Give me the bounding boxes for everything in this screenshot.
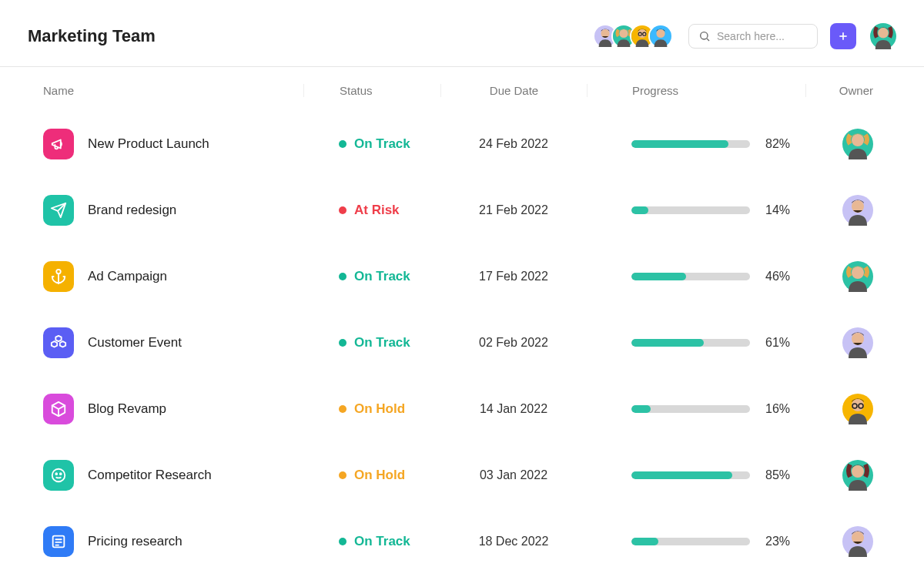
svg-point-10: [701, 32, 708, 39]
task-name: New Product Launch: [88, 136, 209, 152]
task-icon: [43, 129, 74, 159]
task-name: Customer Event: [88, 335, 182, 351]
search-input[interactable]: [717, 30, 808, 42]
progress-percent: 23%: [765, 535, 790, 548]
due-date: 02 Feb 2022: [440, 336, 587, 350]
table-row[interactable]: Pricing researchOn Track18 Dec 202223%: [43, 508, 896, 575]
svg-point-27: [852, 399, 864, 411]
due-date: 14 Jan 2022: [440, 402, 587, 416]
svg-point-3: [619, 29, 628, 38]
status-dot-icon: [339, 339, 346, 347]
status-dot-icon: [339, 140, 346, 148]
svg-point-9: [656, 29, 665, 38]
status-cell: On Track: [303, 136, 440, 152]
progress-bar: [631, 206, 750, 214]
svg-point-15: [878, 28, 889, 39]
search-icon: [698, 30, 711, 42]
progress-percent: 61%: [765, 336, 790, 350]
progress-percent: 82%: [765, 137, 790, 151]
col-header-name: Name: [43, 84, 303, 97]
table-row[interactable]: Customer EventOn Track02 Feb 202261%: [43, 310, 896, 376]
svg-point-31: [55, 473, 57, 475]
status-cell: On Hold: [303, 401, 440, 417]
status-label: On Hold: [354, 401, 405, 417]
table-row[interactable]: Brand redesignAt Risk21 Feb 202214%: [43, 177, 896, 243]
progress-percent: 85%: [765, 468, 790, 482]
svg-point-34: [852, 465, 864, 478]
progress-percent: 46%: [765, 270, 790, 283]
status-label: On Track: [354, 335, 410, 351]
owner-avatar[interactable]: [842, 526, 873, 557]
svg-point-30: [52, 469, 65, 482]
task-name: Blog Revamp: [88, 401, 166, 417]
progress-bar: [631, 140, 750, 148]
task-name: Pricing research: [88, 534, 182, 549]
search-box[interactable]: [688, 24, 818, 49]
status-dot-icon: [339, 206, 346, 214]
table-row[interactable]: Competitor ResearchOn Hold03 Jan 202285%: [43, 442, 896, 508]
due-date: 03 Jan 2022: [440, 468, 587, 482]
status-label: On Track: [354, 269, 410, 284]
status-dot-icon: [339, 405, 346, 413]
page-title: Marketing Team: [28, 26, 156, 46]
status-label: On Hold: [354, 468, 405, 483]
table-row[interactable]: New Product LaunchOn Track24 Feb 202282%: [43, 111, 896, 177]
status-label: On Track: [354, 136, 410, 152]
col-header-progress: Progress: [587, 84, 805, 97]
header: Marketing Team: [0, 0, 924, 67]
status-dot-icon: [339, 538, 346, 545]
owner-avatar[interactable]: [842, 195, 873, 226]
task-icon: [43, 394, 74, 424]
status-label: On Track: [354, 534, 410, 549]
status-label: At Risk: [354, 203, 400, 218]
progress-bar: [631, 339, 750, 347]
status-dot-icon: [339, 273, 346, 280]
progress-bar: [631, 273, 750, 280]
task-icon: [43, 526, 74, 557]
team-avatars[interactable]: [593, 24, 673, 49]
progress-percent: 14%: [765, 203, 790, 217]
owner-avatar[interactable]: [842, 394, 873, 424]
status-cell: On Hold: [303, 468, 440, 483]
owner-avatar[interactable]: [842, 327, 873, 358]
svg-point-17: [852, 134, 864, 146]
svg-point-5: [638, 29, 646, 38]
add-button[interactable]: [830, 23, 856, 49]
status-cell: On Track: [303, 335, 440, 351]
progress-bar: [631, 538, 750, 545]
current-user-avatar[interactable]: [870, 23, 896, 49]
task-rows: New Product LaunchOn Track24 Feb 202282%…: [0, 106, 924, 575]
task-icon: [43, 195, 74, 226]
due-date: 17 Feb 2022: [440, 270, 587, 283]
table-row[interactable]: Blog RevampOn Hold14 Jan 202216%: [43, 376, 896, 442]
progress-percent: 16%: [765, 402, 790, 416]
owner-avatar[interactable]: [842, 261, 873, 292]
col-header-due: Due Date: [440, 84, 587, 97]
status-dot-icon: [339, 471, 346, 479]
svg-point-32: [60, 473, 62, 475]
owner-avatar[interactable]: [842, 129, 873, 159]
svg-line-11: [707, 39, 709, 41]
status-cell: On Track: [303, 534, 440, 549]
status-cell: At Risk: [303, 203, 440, 218]
col-header-status: Status: [303, 84, 440, 97]
due-date: 18 Dec 2022: [440, 535, 587, 548]
task-icon: [43, 261, 74, 292]
progress-bar: [631, 471, 750, 479]
svg-point-23: [852, 267, 864, 279]
plus-icon: [837, 30, 849, 42]
task-icon: [43, 327, 74, 358]
owner-avatar[interactable]: [842, 460, 873, 491]
task-name: Competitor Research: [88, 468, 212, 483]
due-date: 21 Feb 2022: [440, 203, 587, 217]
task-name: Brand redesign: [88, 203, 176, 218]
status-cell: On Track: [303, 269, 440, 284]
task-icon: [43, 460, 74, 491]
progress-bar: [631, 405, 750, 413]
task-name: Ad Campaign: [88, 269, 167, 284]
team-avatar[interactable]: [648, 24, 673, 49]
table-row[interactable]: Ad CampaignOn Track17 Feb 202246%: [43, 243, 896, 310]
column-headers: Name Status Due Date Progress Owner: [0, 67, 924, 106]
col-header-owner: Owner: [805, 84, 896, 97]
due-date: 24 Feb 2022: [440, 137, 587, 151]
